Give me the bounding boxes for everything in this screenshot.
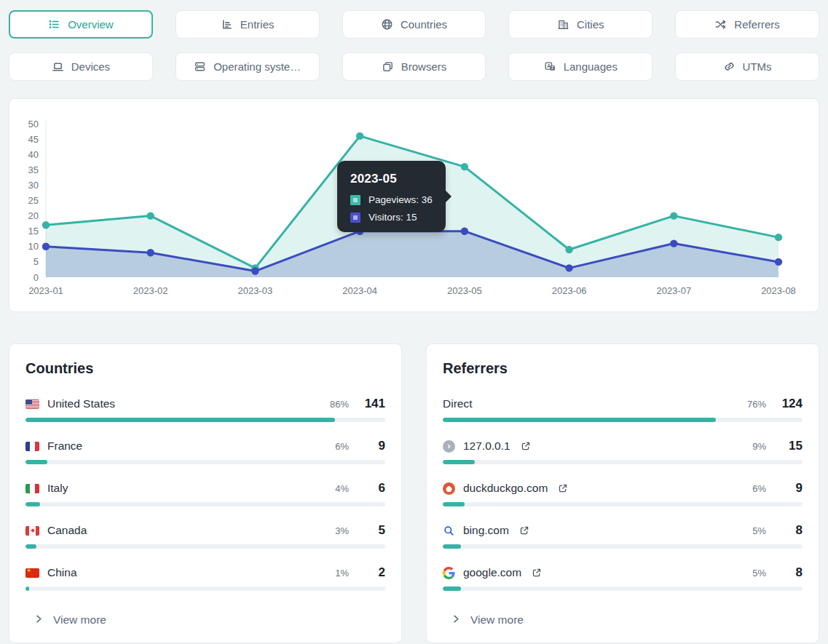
list-icon — [48, 18, 60, 31]
svg-text:2023-04: 2023-04 — [342, 285, 377, 296]
tab-operating-systems[interactable]: Operating syste… — [176, 52, 320, 81]
summary-cards: Countries United States 86%141 France 6%… — [9, 343, 819, 643]
tooltip-row-pageviews: Pageviews: 36 — [350, 194, 433, 205]
list-item[interactable]: bing.com 5%8 — [443, 523, 803, 549]
list-item[interactable]: google.com 5%8 — [443, 565, 803, 591]
view-more-label: View more — [470, 613, 524, 627]
chevron-right-icon — [452, 613, 461, 627]
svg-text:2023-08: 2023-08 — [761, 285, 796, 296]
progress-track — [25, 587, 385, 591]
svg-text:15: 15 — [28, 226, 39, 236]
translate-icon: AZ — [544, 60, 556, 73]
tooltip-visitors-value: Visitors: 15 — [368, 212, 417, 223]
tab-overview[interactable]: Overview — [9, 10, 153, 39]
referrer-name: 127.0.0.1 — [463, 440, 510, 453]
svg-text:2023-06: 2023-06 — [552, 285, 587, 296]
progress-fill — [25, 502, 40, 506]
bing-favicon-icon — [443, 525, 455, 537]
flag-canada-icon — [25, 526, 39, 536]
external-link-icon[interactable] — [519, 525, 529, 536]
list-item[interactable]: China 1%2 — [25, 565, 385, 591]
tab-languages[interactable]: AZ Languages — [508, 52, 652, 81]
progress-track — [443, 460, 803, 464]
count-label: 6 — [363, 481, 385, 496]
tab-devices[interactable]: Devices — [9, 52, 153, 81]
count-label: 8 — [781, 565, 803, 580]
report-tabs: Overview Entries Countries Cities Referr… — [9, 10, 819, 81]
globe-icon — [381, 18, 393, 31]
view-more-label: View more — [53, 613, 106, 627]
flag-france-icon — [25, 442, 39, 451]
svg-text:10: 10 — [28, 241, 39, 252]
progress-track — [25, 418, 385, 422]
tab-utms[interactable]: UTMs — [675, 52, 819, 81]
progress-fill — [25, 587, 29, 591]
referrer-name: google.com — [463, 566, 521, 579]
pageviews-swatch-icon — [350, 195, 360, 205]
tab-referrers[interactable]: Referrers — [675, 10, 819, 39]
tab-label: Devices — [71, 60, 110, 73]
percent-label: 6% — [752, 483, 766, 494]
external-link-icon[interactable] — [558, 483, 568, 493]
link-icon — [723, 60, 736, 73]
tab-countries[interactable]: Countries — [342, 10, 486, 39]
referrer-name: bing.com — [463, 524, 509, 537]
list-item[interactable]: France 6%9 — [25, 439, 385, 464]
svg-text:25: 25 — [28, 195, 39, 206]
tooltip-arrow — [446, 191, 452, 202]
svg-text:35: 35 — [28, 164, 39, 175]
progress-track — [25, 460, 385, 464]
progress-track — [443, 544, 803, 549]
count-label: 9 — [363, 439, 385, 453]
list-item[interactable]: Italy 4%6 — [25, 481, 385, 506]
tab-label: Operating syste… — [213, 60, 301, 73]
flag-united-states-icon — [25, 399, 39, 409]
count-label: 8 — [781, 523, 803, 538]
tab-entries[interactable]: Entries — [176, 10, 320, 39]
visitors-swatch-icon — [350, 212, 360, 223]
svg-text:2023-03: 2023-03 — [238, 285, 273, 296]
list-item[interactable]: Canada 3%5 — [25, 523, 385, 549]
percent-label: 3% — [335, 525, 349, 536]
server-stack-icon — [194, 60, 206, 73]
list-item[interactable]: Direct 76%124 — [443, 397, 803, 422]
percent-label: 4% — [335, 483, 349, 494]
count-label: 2 — [363, 565, 385, 580]
view-more-button[interactable]: View more — [25, 608, 106, 632]
shuffle-icon — [714, 18, 727, 31]
google-favicon-icon — [443, 567, 455, 579]
country-name: Italy — [47, 482, 68, 495]
tab-label: UTMs — [743, 60, 772, 73]
list-item[interactable]: United States 86%141 — [25, 397, 385, 422]
card-title: Referrers — [443, 360, 803, 377]
external-link-icon[interactable] — [521, 441, 531, 451]
tab-cities[interactable]: Cities — [508, 10, 652, 39]
tab-label: Cities — [577, 18, 604, 31]
progress-fill — [25, 544, 36, 549]
tab-label: Languages — [564, 60, 618, 73]
progress-fill — [443, 587, 461, 591]
tab-label: Entries — [240, 18, 275, 31]
svg-text:40: 40 — [28, 149, 39, 160]
laptop-icon — [52, 60, 64, 73]
percent-label: 1% — [335, 568, 349, 579]
browser-windows-icon — [382, 60, 394, 73]
percent-label: 86% — [330, 399, 349, 410]
referrers-card: Referrers Direct 76%124 › 127.0.0.1 9%15 — [426, 343, 819, 643]
list-item[interactable]: duckduckgo.com 6%9 — [443, 481, 803, 506]
chevron-right-icon — [34, 613, 44, 627]
buildings-icon — [557, 18, 569, 31]
view-more-button[interactable]: View more — [443, 608, 524, 632]
external-link-icon[interactable] — [532, 568, 542, 578]
tab-label: Browsers — [401, 60, 447, 73]
tab-browsers[interactable]: Browsers — [342, 52, 486, 81]
svg-text:2023-05: 2023-05 — [447, 285, 482, 296]
percent-label: 9% — [752, 441, 766, 452]
count-label: 124 — [781, 397, 803, 411]
list-item[interactable]: › 127.0.0.1 9%15 — [443, 439, 803, 464]
country-name: China — [47, 566, 77, 579]
progress-fill — [25, 460, 47, 464]
flag-china-icon — [25, 568, 39, 578]
tab-label: Overview — [68, 18, 114, 31]
progress-track — [443, 418, 803, 422]
